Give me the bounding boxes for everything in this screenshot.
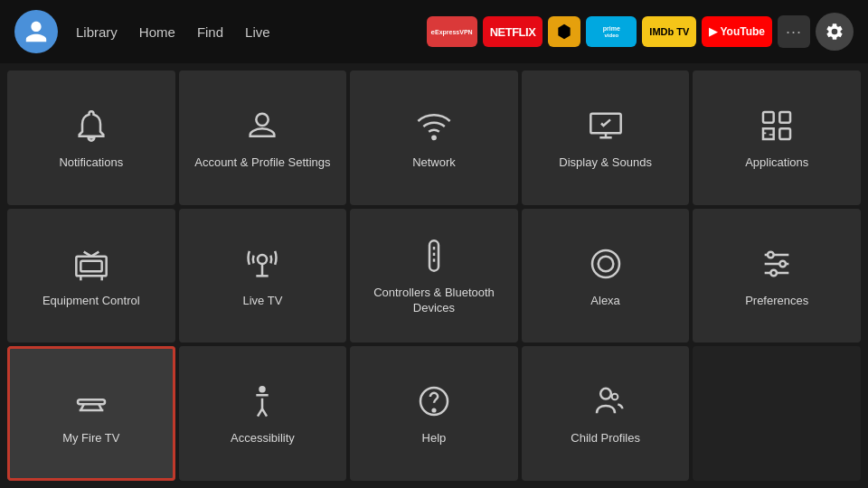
child-icon xyxy=(585,380,627,422)
accessibility-label: Accessibility xyxy=(231,431,295,446)
svg-point-1 xyxy=(432,136,435,139)
grid-item-empty xyxy=(693,346,861,481)
nav-links: Library Home Find Live xyxy=(76,21,270,43)
tv-icon xyxy=(71,243,112,285)
svg-point-18 xyxy=(598,256,613,271)
my-fire-tv-label: My Fire TV xyxy=(62,431,119,446)
grid-item-live-tv[interactable]: Live TV xyxy=(179,209,347,343)
avatar[interactable] xyxy=(14,10,58,53)
grid-item-display-sounds[interactable]: Display & Sounds xyxy=(522,70,690,205)
child-profiles-label: Child Profiles xyxy=(571,431,640,446)
person-icon xyxy=(241,105,283,146)
top-nav: Library Home Find Live e ExpressVPN NETF… xyxy=(0,0,868,63)
live-tv-label: Live TV xyxy=(242,294,282,309)
notifications-label: Notifications xyxy=(59,155,123,171)
grid-item-network[interactable]: Network xyxy=(350,70,518,205)
nav-settings-button[interactable] xyxy=(816,13,854,51)
nav-home[interactable]: Home xyxy=(139,21,175,43)
firetv-icon xyxy=(71,380,112,422)
controllers-label: Controllers & Bluetooth Devices xyxy=(361,286,507,316)
nav-more-button[interactable]: ··· xyxy=(778,15,810,48)
app-expressvpn[interactable]: e ExpressVPN xyxy=(427,16,477,47)
alexa-label: Alexa xyxy=(590,294,620,309)
grid-item-help[interactable]: Help xyxy=(350,346,518,481)
svg-point-31 xyxy=(433,409,436,412)
svg-rect-25 xyxy=(78,400,105,405)
help-icon xyxy=(413,380,455,422)
grid-item-applications[interactable]: Applications xyxy=(693,70,861,205)
sliders-icon xyxy=(756,243,797,285)
svg-rect-3 xyxy=(763,112,774,123)
applications-label: Applications xyxy=(745,155,808,171)
preferences-label: Preferences xyxy=(745,294,808,309)
svg-point-33 xyxy=(611,394,618,400)
nav-apps: e ExpressVPN NETFLIX prime video IMDb TV… xyxy=(427,13,854,51)
help-label: Help xyxy=(422,431,447,446)
app-youtube[interactable]: ▶ YouTube xyxy=(702,16,772,47)
antenna-icon xyxy=(241,243,283,285)
equipment-control-label: Equipment Control xyxy=(42,294,140,309)
svg-rect-5 xyxy=(780,128,791,139)
svg-point-22 xyxy=(768,251,774,258)
app-plex[interactable] xyxy=(548,16,580,47)
grid-item-equipment-control[interactable]: Equipment Control xyxy=(7,209,175,343)
svg-point-17 xyxy=(592,250,619,277)
svg-point-10 xyxy=(258,255,267,264)
grid-item-account[interactable]: Account & Profile Settings xyxy=(179,70,347,205)
nav-live[interactable]: Live xyxy=(245,21,270,43)
grid-item-child-profiles[interactable]: Child Profiles xyxy=(522,346,690,481)
alexa-icon xyxy=(585,243,627,285)
svg-point-0 xyxy=(257,114,269,126)
app-prime[interactable]: prime video xyxy=(586,16,637,47)
grid-item-alexa[interactable]: Alexa xyxy=(522,209,690,343)
svg-point-24 xyxy=(771,269,778,276)
remote-icon xyxy=(413,235,455,277)
app-imdb[interactable]: IMDb TV xyxy=(642,16,696,47)
display-sounds-label: Display & Sounds xyxy=(559,155,652,171)
grid-item-my-fire-tv[interactable]: My Fire TV xyxy=(7,346,175,481)
network-label: Network xyxy=(412,155,456,171)
apps-icon xyxy=(756,105,797,146)
nav-library[interactable]: Library xyxy=(76,21,118,43)
svg-point-32 xyxy=(600,389,611,399)
grid-item-notifications[interactable]: Notifications xyxy=(7,70,175,205)
svg-rect-4 xyxy=(780,112,791,123)
wifi-icon xyxy=(413,105,455,146)
grid-item-preferences[interactable]: Preferences xyxy=(693,209,861,343)
accessibility-icon xyxy=(241,380,283,422)
settings-grid: Notifications Account & Profile Settings… xyxy=(0,63,868,488)
svg-point-23 xyxy=(780,260,787,267)
grid-item-accessibility[interactable]: Accessibility xyxy=(179,346,347,481)
grid-item-controllers[interactable]: Controllers & Bluetooth Devices xyxy=(350,209,518,343)
bell-icon xyxy=(71,105,112,146)
nav-find[interactable]: Find xyxy=(197,21,223,43)
svg-rect-9 xyxy=(80,260,101,271)
display-icon xyxy=(585,105,627,146)
svg-point-29 xyxy=(260,387,265,391)
app-netflix[interactable]: NETFLIX xyxy=(483,16,543,47)
account-label: Account & Profile Settings xyxy=(194,155,330,171)
